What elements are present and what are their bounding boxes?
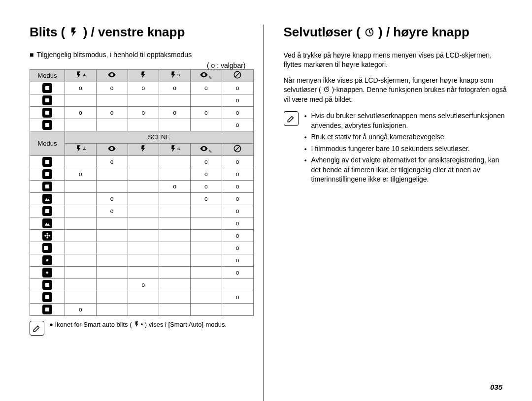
table-cell: o — [96, 205, 128, 217]
note-bullet: I filmmodus fungerer bare 10 sekunders s… — [304, 144, 508, 154]
left-subtext: ■Tilgjengelig blitsmodus, i henhold til … — [30, 51, 254, 59]
row-mode-icon-backlight — [30, 278, 65, 291]
flash-icon — [68, 26, 79, 41]
heading-left-post: ) / venstre knapp — [83, 25, 185, 39]
table-cell — [191, 94, 222, 106]
table-cell — [65, 266, 97, 278]
table-cell — [159, 254, 191, 266]
table-cell — [65, 180, 97, 192]
table-row: oooooo — [30, 106, 254, 119]
heading-right-pre: Selvutløser ( — [284, 25, 361, 39]
table-cell — [96, 254, 128, 266]
note-pencil-icon — [30, 321, 44, 336]
table-row: o — [30, 217, 254, 229]
table-cell — [159, 168, 191, 180]
table-cell: o — [65, 106, 97, 119]
table-cell — [191, 205, 222, 217]
table-cell: o — [222, 266, 253, 278]
table-cell: o — [128, 106, 159, 119]
table-cell — [191, 278, 222, 291]
modus-header: Modus — [30, 69, 65, 82]
table-row: To — [30, 242, 254, 254]
table-cell — [96, 168, 128, 180]
table-cell: o — [222, 192, 253, 205]
col-redeye-icon — [96, 69, 128, 82]
table-cell — [65, 119, 97, 131]
table-cell — [128, 229, 159, 242]
table-row: o — [30, 254, 254, 266]
note-bullet: Avhengig av det valgte alternativet for … — [304, 155, 508, 185]
col-flash-off-icon — [222, 69, 253, 82]
table-cell: o — [159, 180, 191, 192]
col2-flash-auto-icon: A — [65, 143, 97, 155]
table-row: o — [30, 278, 254, 291]
row-mode-icon-program — [30, 106, 65, 119]
row-mode-icon-smart-auto — [30, 82, 65, 94]
note-bullet: Hvis du bruker selvutløserknappen mens s… — [304, 111, 508, 130]
table-cell — [128, 303, 159, 315]
table-cell — [65, 242, 97, 254]
table-cell: o — [65, 303, 97, 315]
row-mode-icon-beach — [30, 303, 65, 315]
table-cell — [96, 119, 128, 131]
table-cell — [96, 242, 128, 254]
table-row: o — [30, 303, 254, 315]
row-mode-icon-closeup1 — [30, 205, 65, 217]
table-cell — [159, 242, 191, 254]
table-cell — [222, 303, 253, 315]
table-cell — [96, 266, 128, 278]
col2-redeye-icon — [96, 143, 128, 155]
table-cell — [65, 94, 97, 106]
table-cell — [191, 254, 222, 266]
table-cell — [96, 229, 128, 242]
table-cell — [191, 217, 222, 229]
row-mode-icon-dawn — [30, 266, 65, 278]
table-cell — [128, 155, 159, 168]
table-cell: o — [222, 155, 253, 168]
table-row: oooooo — [30, 82, 254, 94]
table-cell — [191, 119, 222, 131]
table-row: o — [30, 229, 254, 242]
table-cell — [65, 155, 97, 168]
table-cell — [96, 303, 128, 315]
table-cell — [128, 217, 159, 229]
col2-redeye-fix-icon: ✎ — [191, 143, 222, 155]
table-cell — [159, 94, 191, 106]
table-cell — [128, 168, 159, 180]
table-cell — [159, 192, 191, 205]
table-cell — [159, 291, 191, 303]
table-cell — [159, 266, 191, 278]
table-row: ooo — [30, 155, 254, 168]
table-row: o — [30, 119, 254, 131]
heading-right-post: ) / høyre knapp — [378, 25, 469, 39]
row-mode-icon-movie — [30, 119, 65, 131]
table-cell — [65, 291, 97, 303]
table-cell: o — [222, 217, 253, 229]
heading-left-pre: Blits ( — [30, 25, 65, 39]
row-mode-icon-mountain — [30, 217, 65, 229]
table-cell: o — [191, 155, 222, 168]
table-cell — [159, 278, 191, 291]
table-cell — [65, 254, 97, 266]
table-cell — [128, 254, 159, 266]
col-flash-slow-icon: S — [159, 69, 191, 82]
timer-inline-icon — [323, 86, 330, 95]
table-cell: o — [96, 155, 128, 168]
table-row: o — [30, 94, 254, 106]
col-redeye-fix-icon: ✎ — [191, 69, 222, 82]
table-cell — [159, 205, 191, 217]
table-cell — [191, 229, 222, 242]
left-footnote: ● Ikonet for Smart auto blits ( A ) vise… — [30, 321, 254, 336]
heading-left: Blits ( ) / venstre knapp — [30, 25, 254, 41]
table-cell: o — [222, 119, 253, 131]
row-mode-icon-children — [30, 180, 65, 192]
table-cell — [65, 217, 97, 229]
table-cell — [128, 205, 159, 217]
table-cell — [128, 94, 159, 106]
right-p2: Når menyen ikke vises på LCD-skjermen, f… — [284, 76, 508, 104]
table-cell — [65, 229, 97, 242]
table-cell: o — [159, 82, 191, 94]
table-cell: o — [128, 82, 159, 94]
row-mode-icon-landscape1 — [30, 192, 65, 205]
table-cell: o — [222, 180, 253, 192]
